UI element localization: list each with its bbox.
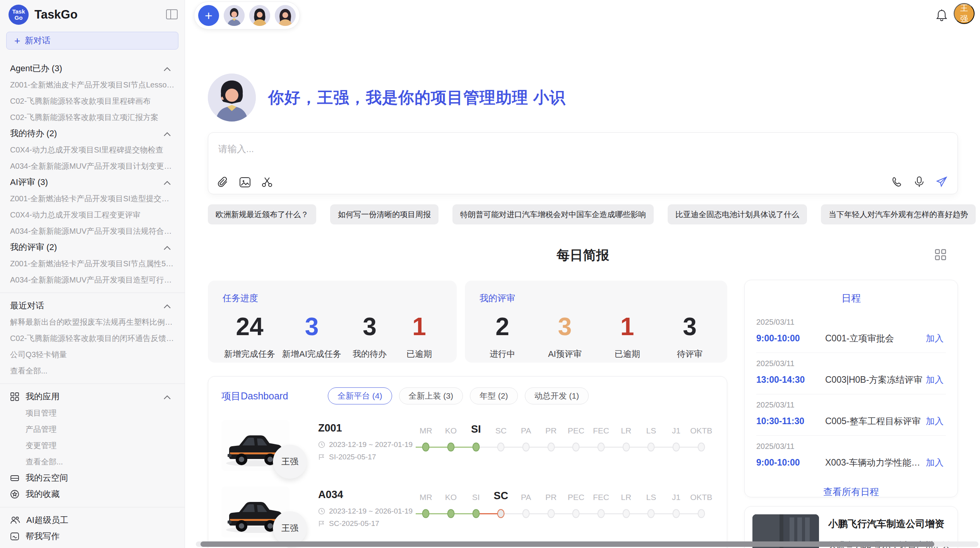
add-workspace-button[interactable]: +: [198, 5, 219, 26]
sidebar-section-title: 我的应用: [26, 391, 60, 402]
suggestion-chip[interactable]: 欧洲新规最近颁布了什么？: [208, 204, 316, 224]
input-send-actions: [892, 176, 947, 188]
member-avatar-3[interactable]: [275, 5, 296, 26]
project-flag: SC-2025-05-17: [318, 519, 413, 528]
join-meeting-link[interactable]: 加入: [923, 373, 946, 386]
microphone-icon[interactable]: [914, 176, 924, 188]
sidebar-item-people[interactable]: AI超级员工: [10, 512, 175, 528]
stat-label: 进行中: [481, 348, 524, 360]
dashboard-title: 项目Dashboard: [221, 390, 328, 402]
sidebar-item[interactable]: Z001-全新燃油轻卡产品开发项目SI造型提交物评审: [10, 190, 175, 207]
sidebar-divider: [0, 507, 185, 507]
stat-block: 1已逾期: [606, 313, 649, 360]
suggestion-chip[interactable]: 当下年轻人对汽车外观有怎样的喜好趋势: [821, 204, 976, 224]
sidebar-item[interactable]: C02-飞腾新能源轻客改款项目里程碑画布: [10, 93, 175, 109]
suggestion-chip[interactable]: 比亚迪全固态电池计划具体说了什么: [668, 204, 807, 224]
project-info: Z0012023-12-19 ~ 2027-01-19SI-2025-05-17: [318, 420, 413, 461]
milestone-dot: [447, 443, 455, 452]
sidebar-item-write[interactable]: 帮我写作: [10, 528, 175, 545]
horizontal-scrollbar-track[interactable]: [196, 541, 978, 547]
plus-icon: +: [14, 35, 20, 47]
sidebar-section-header[interactable]: 我的评审 (2): [10, 239, 175, 255]
attach-image-icon[interactable]: [239, 177, 251, 188]
sidebar: Task Go TaskGo + 新对话 Agent已办 (3)Z001-全新燃…: [0, 0, 185, 548]
stat-label: 新增完成任务: [224, 348, 275, 360]
member-avatar-2[interactable]: [249, 5, 270, 26]
stat-value: 3: [348, 313, 391, 341]
milestone-label: J1: [664, 426, 689, 435]
horizontal-scrollbar-thumb[interactable]: [200, 541, 934, 547]
dashboard-tab[interactable]: 全新上装 (3): [399, 387, 463, 404]
send-icon[interactable]: [936, 176, 947, 188]
stat-row: 2进行中3AI预评审1已逾期3待评审: [480, 313, 713, 360]
schedule-time: 9:00-10:00: [756, 333, 819, 344]
sidebar-item-drive[interactable]: 我的云空间: [10, 470, 175, 486]
sidebar-item[interactable]: 公司Q3轻卡销量: [10, 346, 175, 363]
app-logo: Task Go: [9, 5, 29, 25]
sidebar-collapse-icon[interactable]: [164, 8, 179, 22]
suggestion-chip[interactable]: 如何写一份清晰的项目周报: [330, 204, 439, 224]
sidebar-item[interactable]: A034-全新新能源MUV产品开发项目造型可行性评审: [10, 272, 175, 288]
sidebar-item[interactable]: A034-全新新能源MUV产品开发项目法规符合性评审: [10, 223, 175, 239]
milestone-label: LR: [613, 493, 639, 502]
schedule-time: 10:30-11:30: [756, 416, 819, 426]
sidebar-item[interactable]: Z001-全新燃油皮卡产品开发项目SI节点Lesson Learn报告: [10, 77, 175, 93]
new-chat-button[interactable]: + 新对话: [6, 32, 178, 50]
sidebar-section-header[interactable]: AI评审 (3): [10, 174, 175, 190]
milestone-label: KO: [439, 426, 464, 435]
voice-call-icon[interactable]: [892, 176, 903, 187]
view-all-schedule-link[interactable]: 查看所有日程: [821, 485, 881, 498]
schedule-date: 2025/03/11: [756, 442, 946, 451]
sidebar-item[interactable]: Z001-全新燃油轻卡产品开发项目SI节点属性5D文件评审: [10, 255, 175, 272]
suggestion-chip[interactable]: 特朗普可能对进口汽车增税会对中国车企造成哪些影响: [452, 204, 654, 224]
dashboard-tab[interactable]: 年型 (2): [470, 387, 518, 404]
screenshot-scissors-icon[interactable]: [262, 177, 273, 188]
sidebar-item[interactable]: 查看全部...: [10, 363, 175, 379]
chat-input[interactable]: [218, 142, 939, 171]
sidebar-item[interactable]: C0X4-动力总成开发项目工程变更评审: [10, 207, 175, 223]
news-title: 小鹏飞行汽车制造公司增资: [828, 517, 950, 530]
flag-icon: [318, 454, 325, 461]
join-meeting-link[interactable]: 加入: [923, 456, 946, 469]
sidebar-item[interactable]: C0X4-动力总成开发项目SI里程碑提交物检查: [10, 142, 175, 158]
join-meeting-link[interactable]: 加入: [923, 415, 946, 428]
stat-block: 24新增完成任务: [224, 313, 275, 360]
member-avatar-1[interactable]: [224, 5, 245, 26]
sidebar-item[interactable]: 变更管理: [10, 437, 175, 454]
attach-file-icon[interactable]: [218, 177, 228, 188]
briefing-title: 每日简报: [208, 247, 958, 263]
schedule-row: 9:00-10:00X003-车辆动力学性能验...加入: [756, 456, 946, 469]
user-avatar[interactable]: 王强: [954, 3, 975, 24]
input-attachment-actions: [218, 177, 273, 188]
sidebar-section-header[interactable]: Agent已办 (3): [10, 60, 175, 77]
sidebar-item[interactable]: 解释最新出台的欧盟报废车法规再生塑料比例被调至15%...: [10, 314, 175, 330]
notifications-bell-icon[interactable]: [934, 9, 950, 23]
sidebar-item[interactable]: C02-飞腾新能源轻客改款项目的闭环通告反馈情况: [10, 330, 175, 346]
sidebar-section-title: AI评审 (3): [10, 176, 48, 188]
sidebar-item-pen[interactable]: 创意制图: [10, 545, 175, 548]
chevron-up-icon: [164, 242, 171, 252]
sidebar-section-header[interactable]: 最近对话: [10, 298, 175, 314]
sidebar-item[interactable]: 查看全部...: [10, 454, 175, 470]
project-flag: SI-2025-05-17: [318, 453, 413, 461]
dashboard-tab[interactable]: 动总开发 (1): [525, 387, 589, 404]
sidebar-item[interactable]: 产品管理: [10, 421, 175, 437]
schedule-item: 2025/03/1110:30-11:30C005-整车工程目标评审加入: [756, 394, 946, 436]
layout-grid-icon[interactable]: [932, 248, 949, 262]
schedule-time: 9:00-10:00: [756, 457, 819, 468]
main-area: + 王强 你好，王强，我是你的项目管理助理 小识: [185, 0, 980, 548]
sidebar-item[interactable]: 项目管理: [10, 405, 175, 421]
dashboard-tab[interactable]: 全新平台 (4): [328, 387, 392, 404]
project-date-range: 2023-12-19 ~ 2027-01-19: [329, 440, 413, 449]
sidebar-item[interactable]: A034-全新新能源MUV产品开发项目计划变更表编写: [10, 158, 175, 174]
sidebar-section-header[interactable]: 我的待办 (2): [10, 125, 175, 142]
workspace-switcher: +: [194, 2, 300, 29]
sidebar-item[interactable]: C02-飞腾新能源轻客改款项目立项汇报方案: [10, 109, 175, 125]
stat-label: 已逾期: [398, 348, 440, 360]
milestone-dot: [697, 509, 705, 518]
sidebar-item-star[interactable]: 我的收藏: [10, 486, 175, 502]
greeting-text: 你好，王强，我是你的项目管理助理 小识: [268, 87, 565, 108]
sidebar-section-header[interactable]: 我的应用: [10, 389, 175, 405]
join-meeting-link[interactable]: 加入: [923, 332, 946, 345]
milestone-label: LR: [613, 426, 639, 435]
